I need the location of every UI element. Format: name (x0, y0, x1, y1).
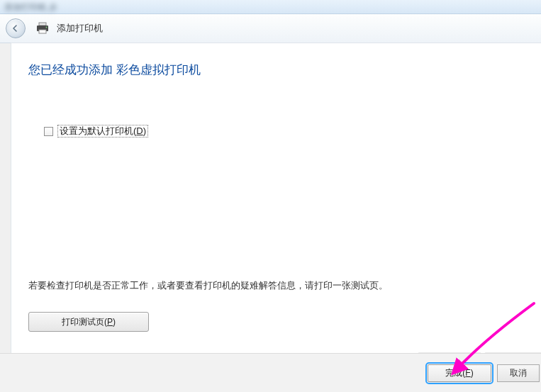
set-default-checkbox-row[interactable]: 设置为默认打印机(D) (44, 125, 524, 138)
instruction-text: 若要检查打印机是否正常工作，或者要查看打印机的疑难解答信息，请打印一张测试页。 (28, 279, 524, 292)
wizard-title: 添加打印机 (57, 22, 103, 35)
success-heading: 您已经成功添加 彩色虚拟打印机 (28, 62, 524, 78)
back-arrow-icon (11, 23, 21, 33)
set-default-label: 设置为默认打印机(D) (57, 125, 148, 138)
wizard-footer: 完成(F) 取消 (0, 353, 541, 392)
wizard-header: 添加打印机 (0, 14, 541, 43)
wizard-content: 您已经成功添加 彩色虚拟打印机 设置为默认打印机(D) 若要检查打印机是否正常工… (11, 43, 541, 353)
svg-rect-2 (39, 30, 46, 33)
print-test-page-button[interactable]: 打印测试页(P) (28, 312, 149, 332)
window-title-blurred: 添加打印机 步 (4, 1, 111, 11)
cancel-button[interactable]: 取消 (497, 364, 540, 382)
finish-button[interactable]: 完成(F) (428, 364, 491, 382)
window-titlebar: 添加打印机 步 (0, 0, 541, 14)
svg-rect-0 (39, 23, 46, 26)
back-button[interactable] (6, 18, 26, 38)
svg-point-3 (46, 27, 48, 28)
printer-icon (35, 22, 50, 35)
set-default-checkbox[interactable] (44, 127, 53, 136)
